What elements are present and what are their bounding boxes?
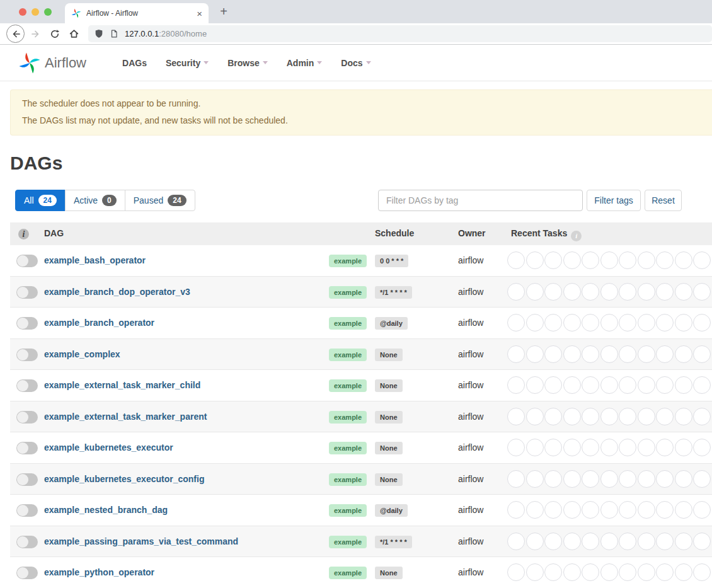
dag-link[interactable]: example_passing_params_via_test_command bbox=[44, 536, 238, 546]
task-status-circle[interactable] bbox=[544, 251, 562, 269]
schedule-badge[interactable]: */1 * * * * bbox=[375, 286, 412, 299]
nav-item-admin[interactable]: Admin bbox=[277, 58, 332, 68]
dag-link[interactable]: example_external_task_marker_child bbox=[44, 380, 200, 390]
task-status-circle[interactable] bbox=[619, 283, 636, 301]
dag-tag-badge[interactable]: example bbox=[329, 255, 367, 267]
dag-tag-badge[interactable]: example bbox=[329, 317, 367, 330]
task-status-circle[interactable] bbox=[693, 563, 711, 581]
task-status-circle[interactable] bbox=[526, 533, 544, 550]
page-icon[interactable] bbox=[110, 29, 118, 38]
dag-pause-toggle[interactable] bbox=[16, 504, 38, 517]
task-status-circle[interactable] bbox=[638, 533, 655, 550]
task-status-circle[interactable] bbox=[656, 408, 674, 425]
schedule-badge[interactable]: None bbox=[375, 379, 403, 392]
dag-link[interactable]: example_external_task_marker_parent bbox=[44, 412, 207, 422]
task-status-circle[interactable] bbox=[619, 533, 636, 550]
task-status-circle[interactable] bbox=[507, 470, 525, 488]
close-window-button[interactable] bbox=[19, 8, 26, 16]
task-status-circle[interactable] bbox=[619, 376, 636, 394]
url-bar[interactable]: 127.0.0.1:28080/home bbox=[88, 25, 712, 42]
reload-icon[interactable] bbox=[50, 29, 60, 39]
dag-tag-badge[interactable]: example bbox=[329, 349, 367, 361]
task-status-circle[interactable] bbox=[582, 470, 599, 488]
task-status-circle[interactable] bbox=[507, 501, 525, 519]
schedule-badge[interactable]: @daily bbox=[375, 317, 408, 330]
task-status-circle[interactable] bbox=[582, 563, 599, 581]
task-status-circle[interactable] bbox=[600, 314, 618, 331]
task-status-circle[interactable] bbox=[544, 408, 562, 425]
reset-button[interactable]: Reset bbox=[645, 190, 682, 211]
task-status-circle[interactable] bbox=[638, 439, 655, 456]
dag-link[interactable]: example_kubernetes_executor_config bbox=[44, 474, 204, 484]
schedule-badge[interactable]: @daily bbox=[375, 504, 408, 517]
dag-link[interactable]: example_nested_branch_dag bbox=[44, 505, 168, 515]
task-status-circle[interactable] bbox=[656, 376, 674, 394]
task-status-circle[interactable] bbox=[675, 563, 692, 581]
task-status-circle[interactable] bbox=[507, 408, 525, 425]
task-status-circle[interactable] bbox=[619, 563, 636, 581]
task-status-circle[interactable] bbox=[693, 376, 711, 394]
task-status-circle[interactable] bbox=[693, 470, 711, 488]
schedule-badge[interactable]: None bbox=[375, 349, 403, 361]
task-status-circle[interactable] bbox=[693, 533, 711, 550]
dag-pause-toggle[interactable] bbox=[16, 442, 38, 454]
task-status-circle[interactable] bbox=[619, 345, 636, 363]
task-status-circle[interactable] bbox=[507, 314, 525, 331]
tab-active-dags[interactable]: Active 0 bbox=[65, 190, 125, 211]
task-status-circle[interactable] bbox=[656, 533, 674, 550]
home-icon[interactable] bbox=[69, 28, 79, 39]
task-status-circle[interactable] bbox=[507, 283, 525, 301]
task-status-circle[interactable] bbox=[526, 408, 544, 425]
task-status-circle[interactable] bbox=[600, 376, 618, 394]
task-status-circle[interactable] bbox=[563, 563, 581, 581]
task-status-circle[interactable] bbox=[526, 345, 544, 363]
task-status-circle[interactable] bbox=[619, 501, 636, 519]
task-status-circle[interactable] bbox=[563, 439, 581, 456]
task-status-circle[interactable] bbox=[656, 501, 674, 519]
task-status-circle[interactable] bbox=[582, 251, 599, 269]
task-status-circle[interactable] bbox=[600, 563, 618, 581]
task-status-circle[interactable] bbox=[656, 470, 674, 488]
dag-pause-toggle[interactable] bbox=[16, 286, 38, 299]
task-status-circle[interactable] bbox=[507, 439, 525, 456]
task-status-circle[interactable] bbox=[563, 314, 581, 331]
task-status-circle[interactable] bbox=[544, 533, 562, 550]
task-status-circle[interactable] bbox=[507, 563, 525, 581]
schedule-badge[interactable]: None bbox=[375, 442, 403, 454]
task-status-circle[interactable] bbox=[693, 251, 711, 269]
task-status-circle[interactable] bbox=[675, 283, 692, 301]
shield-icon[interactable] bbox=[95, 29, 103, 38]
task-status-circle[interactable] bbox=[600, 251, 618, 269]
task-status-circle[interactable] bbox=[656, 283, 674, 301]
task-status-circle[interactable] bbox=[563, 251, 581, 269]
task-status-circle[interactable] bbox=[693, 314, 711, 331]
task-status-circle[interactable] bbox=[693, 501, 711, 519]
task-status-circle[interactable] bbox=[656, 345, 674, 363]
task-status-circle[interactable] bbox=[675, 345, 692, 363]
task-status-circle[interactable] bbox=[600, 439, 618, 456]
task-status-circle[interactable] bbox=[693, 439, 711, 456]
schedule-badge[interactable]: None bbox=[375, 473, 403, 486]
task-status-circle[interactable] bbox=[582, 345, 599, 363]
task-status-circle[interactable] bbox=[600, 408, 618, 425]
dag-link[interactable]: example_bash_operator bbox=[44, 255, 146, 265]
task-status-circle[interactable] bbox=[638, 345, 655, 363]
task-status-circle[interactable] bbox=[656, 439, 674, 456]
task-status-circle[interactable] bbox=[544, 470, 562, 488]
task-status-circle[interactable] bbox=[638, 251, 655, 269]
task-status-circle[interactable] bbox=[582, 314, 599, 331]
task-status-circle[interactable] bbox=[526, 376, 544, 394]
url-text[interactable]: 127.0.0.1:28080/home bbox=[125, 29, 207, 38]
task-status-circle[interactable] bbox=[563, 501, 581, 519]
task-status-circle[interactable] bbox=[526, 439, 544, 456]
dag-pause-toggle[interactable] bbox=[16, 536, 38, 548]
task-status-circle[interactable] bbox=[526, 563, 544, 581]
task-status-circle[interactable] bbox=[675, 439, 692, 456]
forward-icon[interactable] bbox=[31, 29, 41, 39]
nav-item-docs[interactable]: Docs bbox=[331, 58, 380, 68]
tab-paused-dags[interactable]: Paused 24 bbox=[125, 190, 195, 211]
task-status-circle[interactable] bbox=[582, 283, 599, 301]
task-status-circle[interactable] bbox=[619, 439, 636, 456]
task-status-circle[interactable] bbox=[544, 314, 562, 331]
task-status-circle[interactable] bbox=[638, 408, 655, 425]
